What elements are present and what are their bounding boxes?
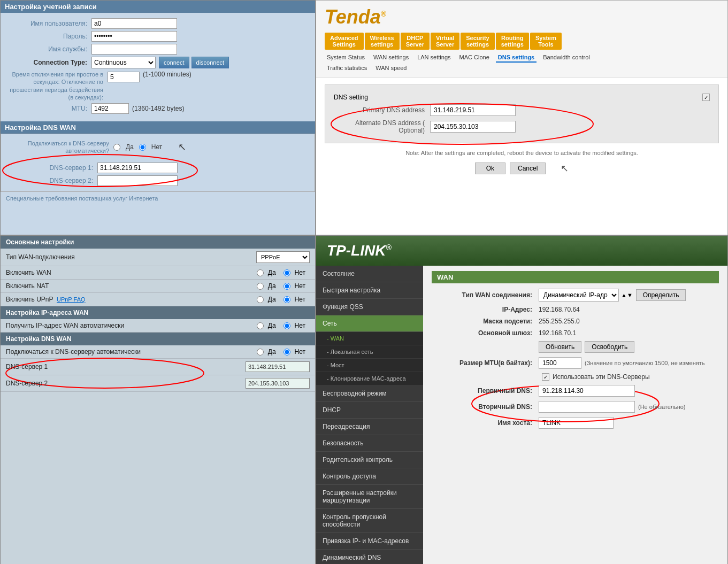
primary-dns-row: Primary DNS address [334,104,710,116]
idle-input[interactable] [108,72,140,82]
dns-setting-checkbox[interactable]: ✓ [702,94,710,101]
menu-wan[interactable]: - WAN [316,332,423,345]
bl-row-nat: Включить NAT Да Нет [1,280,315,293]
dns-auto-label: Подключаться к DNS-серверу автоматически [6,348,257,356]
menu-status[interactable]: Состояние [316,266,423,282]
upnp-faq-link[interactable]: UPnP FAQ [57,296,86,303]
tenda-buttons: Ok Cancel ↖ [325,163,719,174]
bl-row-wan-enable: Включить WAN Да Нет [1,266,315,280]
row-dns-checkbox: ✓ Использовать эти DNS-Серверы [432,373,719,381]
subnav-dns[interactable]: DNS settings [496,53,537,63]
cursor-icon: ↖ [561,163,569,174]
menu-wireless[interactable]: Беспроводной режим [316,385,423,402]
password-input[interactable] [91,31,177,42]
connect-button[interactable]: connect [159,57,189,68]
wan-auto-yes-radio[interactable] [257,322,264,329]
menu-security[interactable]: Безопасность [316,435,423,452]
menu-quick[interactable]: Быстрая настройка [316,282,423,299]
wan-auto-no-label: Нет [295,322,305,329]
tplink-sidebar: Состояние Быстрая настройка Функция QSS … [316,266,423,564]
cancel-button[interactable]: Cancel [510,163,546,174]
subnav-bandwidth[interactable]: Bandwidth control [541,53,592,63]
dns1-input[interactable] [97,163,178,173]
ok-button[interactable]: Ok [475,163,505,174]
wan-conn-type-select[interactable]: Динамический IP-адрес [539,289,619,302]
dns-wan-section-title: Настройка DNS WAN [1,121,315,134]
wan-enable-yes-radio[interactable] [257,269,264,276]
mtu-tplink-input[interactable] [539,357,581,369]
subnav-wan[interactable]: WAN settings [371,53,411,63]
nav-wireless[interactable]: Wirelesssettings [365,33,400,50]
nav-virtual[interactable]: VirtualServer [431,33,459,50]
menu-routing[interactable]: Расширенные настройки маршрутизации [316,485,423,509]
refresh-button[interactable]: Обновить [539,341,581,353]
connection-type-select[interactable]: Continuous [91,57,156,68]
tplink-content: WAN Тип WAN соединения: Динамический IP-… [423,266,727,564]
dns2-bl-input[interactable] [246,378,310,389]
alternate-dns-input[interactable] [430,121,516,133]
primary-dns-input[interactable] [430,104,516,116]
dns2-input[interactable] [97,175,178,186]
nat-yes-radio[interactable] [257,283,264,290]
release-button[interactable]: Освободить [585,341,634,353]
upnp-no-radio[interactable] [283,296,290,303]
menu-access[interactable]: Контроль доступа [316,468,423,485]
subnav-lan[interactable]: LAN settings [415,53,453,63]
menu-qss[interactable]: Функция QSS [316,299,423,315]
subnav-mac[interactable]: MAC Clone [457,53,492,63]
tplink-body: Состояние Быстрая настройка Функция QSS … [316,266,727,564]
menu-mac-clone[interactable]: - Клонирование МАС-адреса [316,372,423,385]
menu-bridge[interactable]: - Мост [316,359,423,372]
disconnect-button[interactable]: disconnect [191,57,229,68]
dns-setting-label: DNS setting [334,94,368,101]
wan-auto-label: Получить IP-адрес WAN автоматически [6,322,257,329]
alternate-dns-label: Alternate DNS address (Optional) [334,119,430,134]
subnav-speed[interactable]: WAN speed [373,64,409,72]
mtu-input[interactable] [91,103,129,114]
wan-conn-type-label: Тип WAN соединения: [432,291,539,299]
username-input[interactable] [91,18,177,29]
menu-binding[interactable]: Привязка IP- и MAC-адресов [316,533,423,550]
menu-forward[interactable]: Переадресация [316,419,423,435]
dns-use-checkbox[interactable]: ✓ [542,373,549,381]
dns-auto2-yes-radio[interactable] [257,349,264,356]
secondary-dns-tplink-input[interactable] [539,401,635,413]
subnav-traffic[interactable]: Traffic statistics [325,64,369,72]
menu-network[interactable]: Сеть [316,315,423,332]
detect-button[interactable]: Определить [636,289,686,301]
primary-dns-tplink-input[interactable] [539,385,635,397]
nav-advanced[interactable]: AdvancedSettings [325,33,364,50]
wan-type-select[interactable]: PPPoE [256,251,310,263]
nat-yes-label: Да [268,282,276,290]
primary-dns-tplink-label: Первичный DNS: [432,387,539,395]
service-input[interactable] [91,44,177,55]
upnp-label: Включить UPnP UPnP FAQ [6,296,257,303]
subnav-status[interactable]: System Status [325,53,367,63]
dns1-bl-input[interactable] [246,361,310,372]
menu-parental[interactable]: Родительский контроль [316,452,423,468]
hostname-input[interactable] [539,417,614,429]
wan-enable-label: Включить WAN [6,269,257,276]
dns-auto-no-radio[interactable] [139,144,146,151]
cursor-icon: ↖ [178,141,186,153]
mtu-tplink-label: Размер MTU(в байтах): [432,359,539,367]
menu-dhcp[interactable]: DHCP [316,402,423,419]
top-left-panel: Настройка учетной записи Имя пользовател… [0,0,316,235]
bl-row-dns-auto: Подключаться к DNS-серверу автоматически… [1,345,315,359]
nav-dhcp[interactable]: DHCPServer [401,33,430,50]
nat-no-radio[interactable] [283,283,290,290]
wan-enable-no-radio[interactable] [283,269,290,276]
menu-ddns[interactable]: Динамический DNS [316,550,423,564]
nav-system[interactable]: SystemTools [530,33,562,50]
nav-routing[interactable]: Routingsettings [496,33,529,50]
dns2-bl-label: DNS-сервер 2 [6,380,246,387]
nat-no-label: Нет [295,282,305,290]
wan-auto-no-radio[interactable] [283,322,290,329]
upnp-yes-radio[interactable] [257,296,264,303]
dns-auto2-no-radio[interactable] [283,349,290,356]
nav-security[interactable]: Securitysettings [461,33,494,50]
menu-bandwidth[interactable]: Контроль пропускной способности [316,509,423,533]
subnet-label: Маска подсети: [432,318,539,325]
menu-lan[interactable]: - Локальная сеть [316,345,423,359]
dns-auto-yes-radio[interactable] [113,144,120,151]
